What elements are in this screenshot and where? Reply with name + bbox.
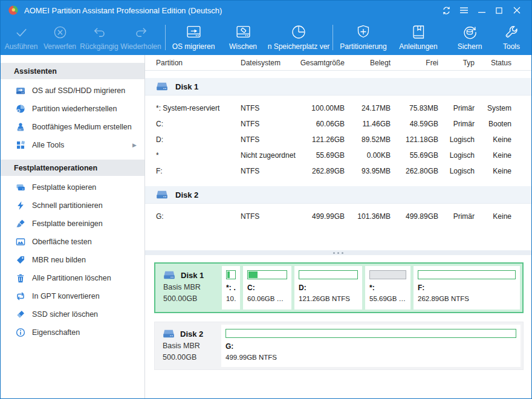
column-header-status[interactable]: Status xyxy=(475,59,511,67)
cell-partition: F: xyxy=(156,167,241,175)
partitioning-button[interactable]: Partitionierung xyxy=(336,21,391,54)
window-title: AOMEI Partition Assistant Professional E… xyxy=(24,6,222,15)
table-row[interactable]: C: NTFS 60.06GB 11.46GB 48.59GB Primär B… xyxy=(145,116,531,132)
tag-icon xyxy=(16,255,25,265)
table-row[interactable]: G: NTFS 499.99GB 101.36MB 499.89GB Primä… xyxy=(145,209,531,224)
redo-button[interactable]: Wiederholen xyxy=(119,21,163,54)
cell-used: 0.00KB xyxy=(345,151,391,160)
undo-button[interactable]: Rückgängig xyxy=(79,21,119,54)
partition-block-g[interactable]: G: 499.99GB NTFS xyxy=(221,325,521,367)
sidebar-item-quick-partition[interactable]: Schnell partitionieren xyxy=(1,196,144,215)
sidebar-item-clean-disk[interactable]: Festplatte bereinigen xyxy=(1,215,144,233)
tools-button-label: Tools xyxy=(503,42,520,51)
app-logo-icon xyxy=(8,5,19,16)
discard-button[interactable]: Verwerfen xyxy=(41,21,79,54)
sidebar-item-migrate-os[interactable]: OS auf SSD/HDD migrieren xyxy=(1,82,144,100)
column-header-used[interactable]: Belegt xyxy=(345,59,391,67)
usage-bar xyxy=(225,329,516,338)
backup-button[interactable]: Sichern xyxy=(446,21,494,54)
cell-totalsize: 55.69GB xyxy=(296,151,345,160)
redo-button-label: Wiederholen xyxy=(120,42,161,51)
pie-clock-icon xyxy=(291,24,307,40)
discard-button-label: Verwerfen xyxy=(44,42,76,51)
sidebar-item-ssd-secure-erase[interactable]: SSD sicher löschen xyxy=(1,305,144,323)
table-row[interactable]: *: System-reserviert NTFS 100.00MB 24.17… xyxy=(145,100,531,116)
horizontal-splitter[interactable] xyxy=(145,250,531,255)
column-header-free[interactable]: Frei xyxy=(391,59,438,67)
cell-totalsize: 60.06GB xyxy=(296,120,345,128)
partition-block-d[interactable]: D: 121.26GB NTFS xyxy=(294,266,362,310)
allocate-free-space-button[interactable]: n Speicherplatz ver xyxy=(267,21,330,54)
cell-free: 121.18GB xyxy=(391,135,438,144)
partition-size: 10… xyxy=(226,295,236,302)
sidebar-item-delete-all-partitions[interactable]: Alle Partitionen löschen xyxy=(1,269,144,287)
table-row[interactable]: F: NTFS 262.89GB 93.95MB 262.80GB Logisc… xyxy=(145,163,531,179)
partition-name: D: xyxy=(299,284,358,292)
disk-group-label: Disk 1 xyxy=(175,82,198,91)
sidebar-item-make-bootable-media[interactable]: Bootfähiges Medium erstellen xyxy=(1,118,144,136)
apply-button-label: Ausführen xyxy=(5,42,38,51)
disk-wipe-icon xyxy=(235,24,251,40)
partition-block-f[interactable]: F: 262.89GB NTFS xyxy=(414,266,520,310)
sidebar-item-recover-partition[interactable]: Partition wiederherstellen xyxy=(1,100,144,118)
disk-icon xyxy=(163,329,175,339)
disk-style: Basis MBR xyxy=(163,342,219,350)
sidebar-item-label: Alle Partitionen löschen xyxy=(32,274,111,282)
wipe-button[interactable]: Wischen xyxy=(219,21,267,54)
maximize-icon[interactable] xyxy=(490,2,508,18)
usage-bar xyxy=(418,270,516,279)
tutorials-button[interactable]: Anleitungen xyxy=(391,21,446,54)
cell-type: Primär xyxy=(438,212,475,221)
disk2-label: Disk 2 Basis MBR 500.00GB xyxy=(155,322,219,369)
cell-partition: D: xyxy=(156,135,241,144)
sidebar-item-rebuild-mbr[interactable]: MBR neu bilden xyxy=(1,251,144,269)
column-header-type[interactable]: Typ xyxy=(438,59,475,67)
disk-group-row-disk1[interactable]: Disk 1 xyxy=(145,78,531,96)
partition-block-unallocated[interactable]: *: 55.69GB … xyxy=(365,266,410,310)
sidebar-item-surface-test[interactable]: Oberfläche testen xyxy=(1,233,144,251)
column-header-totalsize[interactable]: Gesamtgröße xyxy=(296,59,345,67)
sidebar-item-properties[interactable]: Eigenschaften xyxy=(1,323,144,342)
partition-name: C: xyxy=(247,284,287,292)
partition-block-c[interactable]: C: 60.06GB … xyxy=(243,266,291,310)
disk-arrow-icon xyxy=(16,86,25,96)
convert-loop-icon xyxy=(16,291,25,301)
cell-partition: *: System-reserviert xyxy=(156,104,241,112)
partition-block-system-reserved[interactable]: *: … 10… xyxy=(222,266,240,310)
apply-button[interactable]: Ausführen xyxy=(2,21,41,54)
disk-copy-icon xyxy=(16,183,25,192)
disk1-block[interactable]: Disk 1 Basis MBR 500.00GB *: … 10… xyxy=(154,262,524,313)
table-row[interactable]: * Nicht zugeordnet 55.69GB 0.00KB 55.69G… xyxy=(145,148,531,163)
usage-bar xyxy=(299,270,358,279)
disk-name: Disk 1 xyxy=(181,271,204,280)
column-header-partition[interactable]: Partition xyxy=(156,59,241,67)
partition-name: *: xyxy=(369,284,406,292)
sidebar-item-label: Bootfähiges Medium erstellen xyxy=(32,123,132,131)
wrench-icon xyxy=(504,24,519,40)
table-row[interactable]: D: NTFS 121.26GB 89.52MB 121.18GB Logisc… xyxy=(145,132,531,148)
disk-group-row-disk2[interactable]: Disk 2 xyxy=(145,186,531,204)
sidebar-item-all-tools[interactable]: Alle Tools ▶ xyxy=(1,136,144,154)
menu-icon[interactable] xyxy=(455,2,473,18)
usage-bar xyxy=(247,270,287,279)
cell-filesystem: NTFS xyxy=(241,120,296,128)
close-icon[interactable] xyxy=(508,2,525,18)
cell-type: Logisch xyxy=(438,151,475,160)
minimize-icon[interactable] xyxy=(473,2,490,18)
toolbar: Ausführen Verwerfen Rückgängig Wiederhol… xyxy=(1,20,531,55)
migrate-os-button-label: OS migrieren xyxy=(172,42,215,51)
partition-table: Disk 1 *: System-reserviert NTFS 100.00M… xyxy=(145,71,531,250)
sidebar-item-copy-disk[interactable]: Festplatte kopieren xyxy=(1,178,144,196)
cell-filesystem: NTFS xyxy=(241,167,296,175)
tools-button[interactable]: Tools xyxy=(494,21,529,54)
column-header-filesystem[interactable]: Dateisystem xyxy=(241,59,296,67)
allocate-free-space-button-label: n Speicherplatz ver xyxy=(268,42,330,51)
refresh-icon[interactable] xyxy=(438,2,455,18)
disk-map: Disk 1 Basis MBR 500.00GB *: … 10… xyxy=(145,255,531,398)
migrate-os-button[interactable]: OS migrieren xyxy=(168,21,219,54)
cell-used: 24.17MB xyxy=(345,104,391,112)
disk2-block[interactable]: Disk 2 Basis MBR 500.00GB G: 499.99GB NT… xyxy=(154,322,524,370)
sidebar-item-convert-to-gpt[interactable]: In GPT konvertieren xyxy=(1,287,144,305)
cell-totalsize: 499.99GB xyxy=(296,212,345,221)
cell-type: Logisch xyxy=(438,167,475,175)
